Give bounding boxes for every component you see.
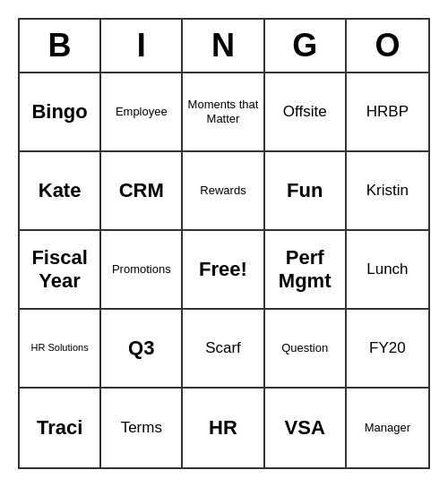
bingo-cell[interactable]: Moments that Matter	[183, 73, 264, 152]
cell-text: Promotions	[112, 262, 171, 277]
cell-text: Fiscal Year	[23, 246, 96, 294]
bingo-cell[interactable]: Promotions	[101, 231, 183, 310]
bingo-cell[interactable]: Rewards	[183, 152, 264, 231]
header-letter-O: O	[347, 20, 428, 72]
bingo-header: BINGO	[20, 20, 428, 73]
cell-text: Perf Mgmt	[269, 246, 341, 294]
cell-text: Rewards	[200, 184, 246, 198]
cell-text: Kristin	[366, 182, 409, 200]
bingo-cell[interactable]: Perf Mgmt	[265, 231, 347, 310]
bingo-cell[interactable]: Scarf	[183, 310, 264, 389]
bingo-cell[interactable]: Kristin	[347, 152, 428, 231]
bingo-cell[interactable]: Lunch	[347, 231, 428, 310]
bingo-cell[interactable]: Fiscal Year	[20, 231, 101, 310]
cell-text: Q3	[128, 337, 154, 360]
bingo-cell[interactable]: HR Solutions	[20, 310, 101, 389]
cell-text: Traci	[37, 416, 82, 440]
bingo-cell[interactable]: Bingo	[20, 73, 101, 152]
cell-text: Employee	[116, 105, 168, 119]
bingo-cell[interactable]: Employee	[101, 73, 183, 152]
cell-text: FY20	[369, 339, 406, 357]
cell-text: CRM	[119, 179, 164, 202]
bingo-cell[interactable]: Offsite	[265, 73, 347, 152]
bingo-cell[interactable]: HR	[183, 389, 264, 467]
bingo-cell[interactable]: HRBP	[347, 73, 428, 152]
bingo-cell[interactable]: Manager	[347, 389, 428, 467]
cell-text: VSA	[285, 416, 325, 440]
cell-text: Terms	[121, 419, 162, 437]
bingo-cell[interactable]: Traci	[20, 389, 101, 467]
bingo-cell[interactable]: Question	[265, 310, 347, 389]
cell-text: Moments that Matter	[186, 98, 259, 125]
bingo-cell[interactable]: Terms	[101, 389, 183, 467]
cell-text: Question	[281, 341, 328, 355]
cell-text: Bingo	[31, 100, 87, 124]
header-letter-N: N	[183, 20, 264, 72]
bingo-grid: BingoEmployeeMoments that MatterOffsiteH…	[20, 73, 428, 467]
bingo-card: BINGO BingoEmployeeMoments that MatterOf…	[18, 18, 430, 469]
bingo-cell[interactable]: Q3	[101, 310, 183, 389]
cell-text: Manager	[365, 421, 410, 435]
cell-text: Lunch	[366, 261, 408, 278]
header-letter-G: G	[265, 20, 347, 72]
bingo-cell[interactable]: FY20	[347, 310, 428, 389]
cell-text: Offsite	[283, 103, 327, 121]
bingo-cell[interactable]: VSA	[265, 389, 347, 467]
cell-text: HR	[209, 416, 237, 440]
bingo-cell[interactable]: CRM	[101, 152, 183, 231]
cell-text: Kate	[39, 179, 82, 202]
cell-text: HR Solutions	[30, 342, 88, 354]
cell-text: Fun	[287, 179, 323, 202]
bingo-cell[interactable]: Free!	[183, 231, 264, 310]
cell-text: HRBP	[366, 103, 409, 121]
bingo-cell[interactable]: Kate	[20, 152, 101, 231]
header-letter-I: I	[101, 20, 183, 72]
cell-text: Free!	[199, 258, 247, 281]
bingo-cell[interactable]: Fun	[265, 152, 347, 231]
cell-text: Scarf	[205, 339, 241, 357]
header-letter-B: B	[20, 20, 101, 72]
